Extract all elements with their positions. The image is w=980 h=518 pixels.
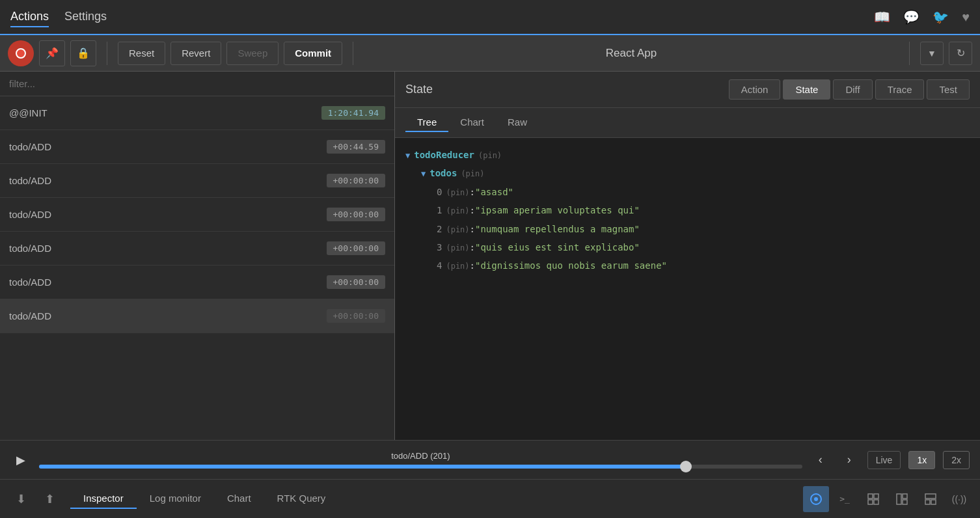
main-area: @@INIT 1:20:41.94 todo/ADD +00:44.59 tod… bbox=[0, 72, 980, 440]
slider-track[interactable] bbox=[39, 465, 802, 469]
tree-pin[interactable]: (pin) bbox=[446, 242, 469, 254]
top-nav: Actions Settings 📖 💬 🐦 ♥ bbox=[0, 0, 980, 35]
bottom-tab-log-monitor[interactable]: Log monitor bbox=[137, 489, 214, 509]
tree-value: "ipsam aperiam voluptates qui" bbox=[475, 203, 640, 217]
pin-button[interactable]: 📌 bbox=[39, 40, 65, 66]
tree-pin[interactable]: (pin) bbox=[446, 224, 469, 236]
right-panel-title: State bbox=[405, 83, 470, 96]
action-name: todo/ADD bbox=[9, 175, 51, 186]
action-time: +00:00:00 bbox=[327, 241, 385, 255]
bottom-tab-rtk-query[interactable]: RTK Query bbox=[264, 489, 339, 509]
tree-colon: : bbox=[470, 185, 475, 199]
tab-test[interactable]: Test bbox=[927, 79, 970, 100]
action-name: todo/ADD bbox=[9, 277, 51, 288]
svg-rect-2 bbox=[868, 494, 873, 498]
tree-pin[interactable]: (pin) bbox=[478, 150, 502, 162]
left-panel: @@INIT 1:20:41.94 todo/ADD +00:44.59 tod… bbox=[0, 72, 395, 440]
revert-button[interactable]: Revert bbox=[170, 42, 221, 65]
tab-diff[interactable]: Diff bbox=[833, 79, 872, 100]
list-item[interactable]: @@INIT 1:20:41.94 bbox=[0, 96, 394, 130]
tree-row-root: ▼ todoReducer (pin) bbox=[405, 146, 970, 164]
grid1-button[interactable] bbox=[860, 486, 886, 512]
lock-icon: 🔒 bbox=[77, 47, 90, 59]
speed-1x-button[interactable]: 1x bbox=[908, 451, 935, 469]
twitter-icon[interactable]: 🐦 bbox=[932, 9, 949, 25]
lock-button[interactable]: 🔒 bbox=[70, 40, 96, 66]
bottom-tab-inspector[interactable]: Inspector bbox=[70, 489, 137, 509]
chat-icon[interactable]: 💬 bbox=[903, 9, 919, 25]
slider-fill bbox=[39, 465, 688, 469]
reset-button[interactable]: Reset bbox=[118, 42, 165, 65]
list-item[interactable]: todo/ADD +00:00:00 bbox=[0, 299, 394, 333]
tree-pin[interactable]: (pin) bbox=[461, 168, 484, 180]
grid2-button[interactable] bbox=[889, 486, 915, 512]
tree-row-item: 1 (pin) : "ipsam aperiam voluptates qui" bbox=[405, 201, 970, 219]
action-time: 1:20:41.94 bbox=[321, 106, 385, 120]
tree-index: 4 bbox=[437, 258, 442, 273]
chevron-down-icon: ▼ bbox=[927, 48, 936, 59]
toolbar-divider-1 bbox=[107, 42, 107, 65]
list-item[interactable]: todo/ADD +00:00:00 bbox=[0, 232, 394, 266]
tree-value: "asasd" bbox=[475, 185, 513, 199]
record-button[interactable] bbox=[8, 40, 34, 66]
tree-pin[interactable]: (pin) bbox=[446, 187, 469, 199]
tree-row-item: 0 (pin) : "asasd" bbox=[405, 183, 970, 201]
play-icon: ▶ bbox=[16, 453, 25, 467]
signal-button[interactable]: ((·)) bbox=[946, 486, 972, 512]
prev-button[interactable]: ‹ bbox=[810, 450, 831, 470]
refresh-button[interactable]: ↻ bbox=[949, 42, 972, 65]
redux-devtools-button[interactable] bbox=[803, 486, 829, 512]
collapse-icon[interactable]: ▼ bbox=[421, 168, 426, 180]
tree-value: "dignissimos quo nobis earum saene" bbox=[475, 258, 667, 273]
filter-input[interactable] bbox=[0, 72, 394, 96]
grid3-button[interactable] bbox=[918, 486, 944, 512]
tree-value: "numquam repellendus a magnam" bbox=[475, 222, 640, 236]
tree-content: ▼ todoReducer (pin) ▼ todos (pin) 0 (pin… bbox=[395, 138, 980, 440]
top-nav-tabs: Actions Settings bbox=[10, 7, 107, 27]
list-item[interactable]: todo/ADD +00:00:00 bbox=[0, 198, 394, 232]
import-button[interactable]: ⬇ bbox=[8, 486, 34, 512]
view-tab-raw[interactable]: Raw bbox=[496, 113, 539, 132]
speed-2x-button[interactable]: 2x bbox=[943, 451, 970, 469]
collapse-icon[interactable]: ▼ bbox=[405, 150, 410, 162]
next-button[interactable]: › bbox=[839, 450, 860, 470]
action-name: todo/ADD bbox=[9, 141, 51, 152]
refresh-icon: ↻ bbox=[957, 47, 965, 59]
tree-index: 3 bbox=[437, 240, 442, 254]
tab-settings[interactable]: Settings bbox=[64, 7, 107, 27]
tree-row-item: 3 (pin) : "quis eius est sint explicabo" bbox=[405, 238, 970, 256]
book-icon[interactable]: 📖 bbox=[874, 9, 890, 25]
bottom-tab-chart[interactable]: Chart bbox=[214, 489, 264, 509]
export-button[interactable]: ⬆ bbox=[36, 486, 62, 512]
action-time: +00:00:00 bbox=[327, 275, 385, 289]
tree-pin[interactable]: (pin) bbox=[446, 260, 469, 273]
tree-colon: : bbox=[470, 222, 475, 236]
tab-trace[interactable]: Trace bbox=[875, 79, 925, 100]
sweep-button[interactable]: Sweep bbox=[226, 42, 279, 65]
prev-icon: ‹ bbox=[819, 453, 823, 467]
list-item[interactable]: todo/ADD +00:44.59 bbox=[0, 130, 394, 164]
list-item[interactable]: todo/ADD +00:00:00 bbox=[0, 164, 394, 198]
play-button[interactable]: ▶ bbox=[10, 450, 31, 470]
slider-thumb[interactable] bbox=[680, 461, 692, 472]
heart-icon[interactable]: ♥ bbox=[962, 10, 970, 25]
tree-key: todos bbox=[429, 166, 457, 180]
view-tab-tree[interactable]: Tree bbox=[405, 113, 448, 132]
record-indicator bbox=[16, 48, 26, 59]
playback-bar: ▶ todo/ADD (201) ‹ › Live 1x 2x bbox=[0, 440, 980, 479]
tab-action[interactable]: Action bbox=[729, 79, 781, 100]
tab-state[interactable]: State bbox=[783, 79, 830, 100]
list-item[interactable]: todo/ADD +00:00:00 bbox=[0, 266, 394, 299]
terminal-button[interactable]: >_ bbox=[832, 486, 858, 512]
live-button[interactable]: Live bbox=[867, 451, 901, 469]
action-time: +00:00:00 bbox=[327, 208, 385, 221]
tree-colon: : bbox=[470, 203, 475, 217]
tree-pin[interactable]: (pin) bbox=[446, 205, 469, 217]
dropdown-button[interactable]: ▼ bbox=[920, 42, 944, 65]
commit-button[interactable]: Commit bbox=[284, 42, 342, 65]
app-name: React App bbox=[364, 47, 899, 60]
redux-icon bbox=[810, 493, 823, 506]
tree-index: 2 bbox=[437, 222, 442, 236]
view-tab-chart[interactable]: Chart bbox=[448, 113, 496, 132]
tab-actions[interactable]: Actions bbox=[10, 7, 49, 27]
